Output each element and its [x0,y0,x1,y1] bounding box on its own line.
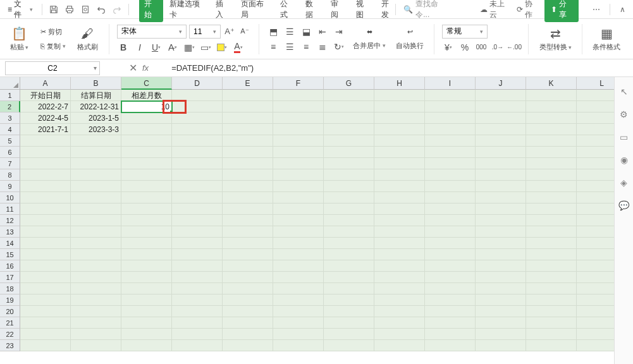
cell-D22[interactable] [172,329,223,340]
cell-E17[interactable] [223,272,273,283]
tab-insert[interactable]: 插入 [211,0,235,23]
col-header-C[interactable]: C [121,77,172,90]
cell-D21[interactable] [172,317,223,329]
cell-A8[interactable] [20,169,71,181]
cell-G7[interactable] [324,158,374,169]
cell-L8[interactable] [577,169,614,181]
more-icon[interactable]: ⋯ [590,3,603,16]
cell-A10[interactable] [20,192,71,203]
cell-C20[interactable] [121,306,172,317]
cell-C14[interactable] [121,238,172,249]
cell-H3[interactable] [374,112,425,124]
col-header-E[interactable]: E [223,77,273,90]
row-header-9[interactable]: 9 [0,181,20,192]
cell-B15[interactable] [71,249,121,260]
cell-B22[interactable] [71,329,121,340]
cell-H12[interactable] [374,215,425,226]
cell-I14[interactable] [425,238,476,249]
cell-C1[interactable]: 相差月数 [121,90,172,101]
cell-I19[interactable] [425,294,476,306]
cell-D10[interactable] [172,192,223,203]
cell-D2[interactable] [172,101,223,112]
cell-B2[interactable]: 2022-12-31 [71,101,121,112]
cell-C9[interactable] [121,181,172,192]
cell-L19[interactable] [577,294,614,306]
cell-K20[interactable] [526,306,577,317]
cell-A1[interactable]: 开始日期 [20,90,71,101]
cell-E13[interactable] [223,226,273,238]
row-header-16[interactable]: 16 [0,260,20,272]
cell-G16[interactable] [324,260,374,272]
share-button[interactable]: ⬆ 分享 [544,0,579,22]
cell-C6[interactable] [121,147,172,158]
cell-B17[interactable] [71,272,121,283]
cell-H16[interactable] [374,260,425,272]
cell-D9[interactable] [172,181,223,192]
cell-E14[interactable] [223,238,273,249]
cell-A13[interactable] [20,226,71,238]
cell-E2[interactable] [223,101,273,112]
cell-G1[interactable] [324,90,374,101]
tab-dev[interactable]: 开发 [376,0,390,23]
cell-K6[interactable] [526,147,577,158]
row-header-22[interactable]: 22 [0,329,20,340]
copy-button[interactable]: ⎘复制▾ [38,40,68,52]
cell-H2[interactable] [374,101,425,112]
row-header-13[interactable]: 13 [0,226,20,238]
cell-F11[interactable] [273,203,324,215]
cell-J16[interactable] [476,260,526,272]
row-header-19[interactable]: 19 [0,294,20,306]
decrease-font-icon[interactable]: A⁻ [238,25,251,38]
cell-B21[interactable] [71,317,121,329]
cell-A18[interactable] [20,283,71,294]
cell-E9[interactable] [223,181,273,192]
cell-E1[interactable] [223,90,273,101]
align-justify-icon[interactable]: ≣ [316,40,329,53]
row-header-15[interactable]: 15 [0,249,20,260]
cell-E6[interactable] [223,147,273,158]
paste-button[interactable]: 📋 粘贴▾ [5,21,33,57]
cell-E22[interactable] [223,329,273,340]
cell-I21[interactable] [425,317,476,329]
cell-F18[interactable] [273,283,324,294]
cell-B8[interactable] [71,169,121,181]
cell-E19[interactable] [223,294,273,306]
col-header-K[interactable]: K [526,77,577,90]
col-header-L[interactable]: L [577,77,614,90]
redo-icon[interactable] [110,3,123,16]
print-preview-icon[interactable] [79,3,92,16]
cell-J3[interactable] [476,112,526,124]
cell-B11[interactable] [71,203,121,215]
cell-A19[interactable] [20,294,71,306]
cell-F13[interactable] [273,226,324,238]
cell-C4[interactable] [121,124,172,135]
cell-K17[interactable] [526,272,577,283]
cell-K11[interactable] [526,203,577,215]
cell-L3[interactable] [577,112,614,124]
cell-B7[interactable] [71,158,121,169]
cell-B19[interactable] [71,294,121,306]
orientation-icon[interactable]: ↻▾ [333,40,345,53]
cell-G8[interactable] [324,169,374,181]
cell-D11[interactable] [172,203,223,215]
cell-L5[interactable] [577,135,614,147]
cell-F20[interactable] [273,306,324,317]
col-header-H[interactable]: H [374,77,425,90]
settings-icon[interactable]: ⚙ [618,109,630,120]
cell-D15[interactable] [172,249,223,260]
cell-I5[interactable] [425,135,476,147]
location-icon[interactable]: ◈ [618,177,630,188]
cell-C22[interactable] [121,329,172,340]
cell-K5[interactable] [526,135,577,147]
cell-K13[interactable] [526,226,577,238]
cell-K16[interactable] [526,260,577,272]
cell-H21[interactable] [374,317,425,329]
cell-H20[interactable] [374,306,425,317]
row-header-21[interactable]: 21 [0,317,20,329]
cell-F1[interactable] [273,90,324,101]
tab-data[interactable]: 数据 [300,0,324,23]
indent-increase-icon[interactable]: ⇥ [333,25,345,38]
cell-C21[interactable] [121,317,172,329]
number-format-combo[interactable]: 常规▾ [442,25,488,39]
cell-F22[interactable] [273,329,324,340]
